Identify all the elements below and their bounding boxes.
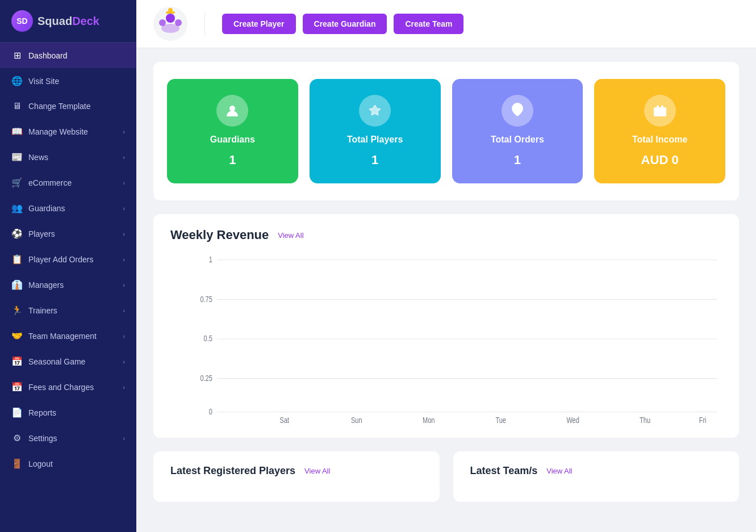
svg-text:Sat: Sat bbox=[280, 416, 290, 424]
sidebar-icon-visit-site: 🌐 bbox=[11, 76, 23, 86]
sidebar-item-guardians[interactable]: 👥 Guardians › bbox=[0, 195, 136, 221]
sidebar-icon-managers: 👔 bbox=[11, 279, 23, 290]
sidebar-label-managers: Managers bbox=[28, 280, 64, 290]
svg-text:0.5: 0.5 bbox=[204, 334, 212, 344]
svg-point-6 bbox=[168, 8, 173, 12]
create-player-button[interactable]: Create Player bbox=[222, 14, 296, 34]
sidebar-item-player-add-orders[interactable]: 📋 Player Add Orders › bbox=[0, 246, 136, 272]
sidebar-item-ecommerce[interactable]: 🛒 eCommerce › bbox=[0, 170, 136, 195]
sidebar-arrow-fees-and-charges: › bbox=[123, 384, 125, 391]
sidebar-item-left-fees-and-charges: 📅 Fees and Charges bbox=[11, 382, 94, 392]
stat-icon-total-players bbox=[359, 95, 391, 127]
sidebar-item-settings[interactable]: ⚙ Settings › bbox=[0, 425, 136, 451]
sidebar-arrow-settings: › bbox=[123, 435, 125, 442]
latest-teams-header: Latest Team/s View All bbox=[470, 465, 722, 477]
svg-point-3 bbox=[159, 19, 166, 26]
sidebar-label-team-management: Team Management bbox=[28, 332, 97, 341]
sidebar-item-left-managers: 👔 Managers bbox=[11, 279, 64, 290]
sidebar-label-visit-site: Visit Site bbox=[28, 77, 59, 86]
latest-players-view-all[interactable]: View All bbox=[304, 467, 330, 475]
stat-card-guardians: Guardians 1 bbox=[167, 79, 298, 183]
sidebar-item-left-visit-site: 🌐 Visit Site bbox=[11, 76, 59, 86]
svg-text:0.25: 0.25 bbox=[200, 374, 212, 383]
stat-label-guardians: Guardians bbox=[210, 135, 255, 145]
sidebar-logo: SD SquadDeck bbox=[0, 0, 136, 43]
revenue-section: Weekly Revenue View All 1 0.75 0.5 0.25 … bbox=[153, 214, 739, 438]
sidebar-item-news[interactable]: 📰 News › bbox=[0, 144, 136, 170]
sidebar-item-trainers[interactable]: 🏃 Trainers › bbox=[0, 298, 136, 323]
sidebar-arrow-manage-website: › bbox=[123, 128, 125, 135]
revenue-title: Weekly Revenue bbox=[170, 228, 269, 242]
latest-players-title: Latest Registered Players bbox=[170, 465, 295, 477]
sidebar-item-change-template[interactable]: 🖥 Change Template bbox=[0, 94, 136, 119]
sidebar-label-logout: Logout bbox=[28, 459, 53, 468]
sidebar-icon-fees-and-charges: 📅 bbox=[11, 382, 23, 392]
latest-teams-view-all[interactable]: View All bbox=[546, 467, 572, 475]
sidebar-item-visit-site[interactable]: 🌐 Visit Site bbox=[0, 68, 136, 94]
sidebar-arrow-news: › bbox=[123, 154, 125, 161]
svg-rect-9 bbox=[657, 106, 659, 109]
sidebar-item-dashboard[interactable]: ⊞ Dashboard bbox=[0, 43, 136, 68]
sidebar-label-reports: Reports bbox=[28, 408, 56, 417]
topbar-buttons: Create Player Create Guardian Create Tea… bbox=[222, 14, 463, 34]
sidebar-item-left-manage-website: 📖 Manage Website bbox=[11, 126, 88, 137]
create-team-button[interactable]: Create Team bbox=[394, 14, 463, 34]
svg-text:Fri: Fri bbox=[699, 416, 707, 424]
svg-text:Thu: Thu bbox=[640, 416, 650, 424]
stats-container: Guardians 1 Total Players 1 Total Orders… bbox=[153, 62, 739, 200]
sidebar-label-player-add-orders: Player Add Orders bbox=[28, 255, 93, 264]
sidebar-item-left-seasonal-game: 📅 Seasonal Game bbox=[11, 356, 85, 367]
sidebar-item-fees-and-charges[interactable]: 📅 Fees and Charges › bbox=[0, 374, 136, 400]
sidebar-icon-reports: 📄 bbox=[11, 407, 23, 418]
sidebar-item-players[interactable]: ⚽ Players › bbox=[0, 221, 136, 246]
sidebar-icon-change-template: 🖥 bbox=[11, 101, 23, 111]
sidebar-label-news: News bbox=[28, 153, 48, 162]
stat-card-total-players: Total Players 1 bbox=[310, 79, 441, 183]
sidebar-icon-settings: ⚙ bbox=[11, 433, 23, 443]
sidebar-icon-dashboard: ⊞ bbox=[11, 50, 23, 61]
svg-text:0: 0 bbox=[209, 408, 212, 417]
sidebar-item-left-trainers: 🏃 Trainers bbox=[11, 305, 57, 316]
main-content: Create Player Create Guardian Create Tea… bbox=[136, 0, 756, 532]
sidebar-label-seasonal-game: Seasonal Game bbox=[28, 357, 85, 366]
stat-value-total-players: 1 bbox=[371, 153, 378, 167]
latest-teams-card: Latest Team/s View All bbox=[453, 451, 740, 502]
revenue-view-all[interactable]: View All bbox=[278, 231, 303, 240]
stat-card-total-income: Total Income AUD 0 bbox=[594, 79, 725, 183]
latest-players-card: Latest Registered Players View All bbox=[153, 451, 440, 502]
revenue-chart: 1 0.75 0.5 0.25 0 Sat Sun Mon Tue Wed Th… bbox=[193, 254, 722, 424]
chart-area: 1 0.75 0.5 0.25 0 Sat Sun Mon Tue Wed Th… bbox=[170, 254, 722, 424]
content-area: Guardians 1 Total Players 1 Total Orders… bbox=[136, 48, 756, 532]
stat-icon-total-orders bbox=[502, 95, 533, 127]
team-icon bbox=[153, 7, 187, 41]
sidebar-label-settings: Settings bbox=[28, 434, 57, 443]
sidebar-item-seasonal-game[interactable]: 📅 Seasonal Game › bbox=[0, 349, 136, 374]
sidebar-item-left-change-template: 🖥 Change Template bbox=[11, 101, 90, 111]
sidebar-icon-news: 📰 bbox=[11, 152, 23, 162]
sidebar-item-managers[interactable]: 👔 Managers › bbox=[0, 272, 136, 298]
sidebar-icon-trainers: 🏃 bbox=[11, 305, 23, 316]
svg-text:Wed: Wed bbox=[566, 416, 579, 424]
sidebar-item-left-settings: ⚙ Settings bbox=[11, 433, 57, 443]
sidebar-icon-ecommerce: 🛒 bbox=[11, 177, 23, 188]
sidebar-icon-logout: 🚪 bbox=[11, 458, 23, 469]
sidebar-item-left-logout: 🚪 Logout bbox=[11, 458, 53, 469]
logo-icon: SD bbox=[11, 10, 33, 32]
stat-label-total-income: Total Income bbox=[632, 135, 688, 145]
stat-icon-guardians bbox=[216, 95, 248, 127]
sidebar-item-team-management[interactable]: 🤝 Team Management › bbox=[0, 323, 136, 349]
sidebar-item-manage-website[interactable]: 📖 Manage Website › bbox=[0, 119, 136, 144]
logo-text: SquadDeck bbox=[37, 15, 99, 28]
sidebar-item-reports[interactable]: 📄 Reports bbox=[0, 400, 136, 425]
create-guardian-button[interactable]: Create Guardian bbox=[303, 14, 387, 34]
bottom-sections: Latest Registered Players View All Lates… bbox=[153, 451, 739, 502]
sidebar-item-left-ecommerce: 🛒 eCommerce bbox=[11, 177, 72, 188]
sidebar-label-change-template: Change Template bbox=[28, 102, 90, 111]
stat-card-total-orders: Total Orders 1 bbox=[452, 79, 583, 183]
sidebar: SD SquadDeck ⊞ Dashboard 🌐 Visit Site 🖥 … bbox=[0, 0, 136, 532]
svg-text:Sun: Sun bbox=[351, 416, 362, 424]
svg-point-2 bbox=[166, 14, 175, 23]
stat-value-total-orders: 1 bbox=[514, 153, 521, 167]
sidebar-icon-players: ⚽ bbox=[11, 228, 23, 239]
sidebar-item-logout[interactable]: 🚪 Logout bbox=[0, 451, 136, 476]
